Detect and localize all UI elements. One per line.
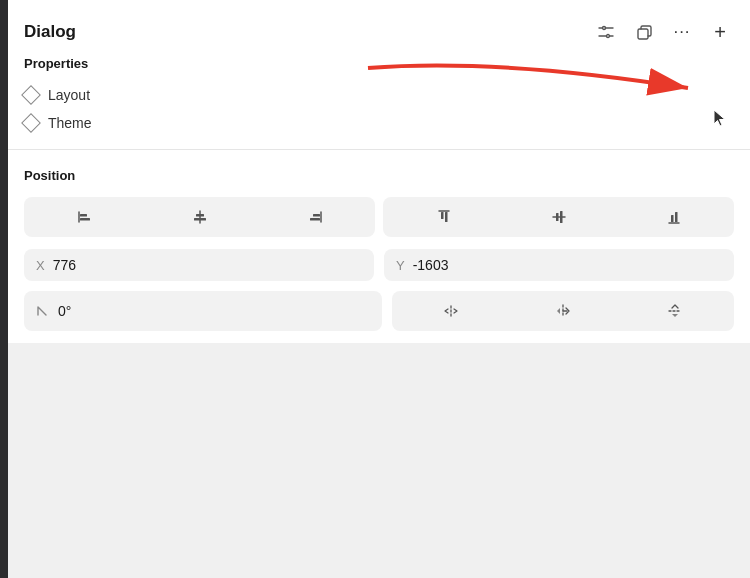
align-center-v-button[interactable]: [502, 201, 615, 233]
more-options-button[interactable]: ···: [668, 18, 696, 46]
align-row: [24, 197, 734, 237]
align-bottom-icon: [666, 209, 682, 225]
svg-rect-17: [441, 212, 444, 219]
layout-property-item: Layout: [24, 81, 734, 109]
svg-rect-23: [671, 215, 674, 222]
sliders-icon-button[interactable]: [592, 18, 620, 46]
x-field[interactable]: X 776: [24, 249, 374, 281]
header-actions: ··· +: [592, 18, 734, 46]
svg-rect-8: [80, 214, 87, 217]
align-center-h-button[interactable]: [143, 201, 256, 233]
align-right-icon: [307, 209, 323, 225]
position-label: Position: [24, 168, 734, 183]
svg-rect-6: [638, 29, 648, 39]
svg-rect-11: [196, 214, 204, 217]
left-sidebar: [0, 0, 8, 578]
more-icon: ···: [673, 22, 690, 42]
properties-panel: Dialog: [8, 0, 750, 343]
svg-rect-15: [310, 218, 320, 221]
svg-rect-21: [560, 211, 563, 223]
svg-rect-9: [80, 218, 90, 221]
horizontal-align-group: [24, 197, 375, 237]
layout-label: Layout: [48, 87, 90, 103]
theme-property-item: Theme: [24, 109, 734, 137]
flip-h-icon: [555, 303, 571, 319]
theme-diamond-icon: [21, 113, 41, 133]
y-field[interactable]: Y -1603: [384, 249, 734, 281]
align-bottom-button[interactable]: [617, 201, 730, 233]
properties-label: Properties: [24, 56, 734, 71]
dialog-title: Dialog: [24, 22, 76, 42]
rotation-value: 0°: [58, 303, 71, 319]
align-center-v-icon: [551, 209, 567, 225]
x-label: X: [36, 258, 45, 273]
align-top-button[interactable]: [387, 201, 500, 233]
flip-group: [392, 291, 734, 331]
rotation-angle-icon: [36, 303, 50, 317]
svg-rect-20: [556, 213, 559, 221]
dialog-header: Dialog: [24, 18, 734, 46]
plus-icon: +: [714, 21, 726, 44]
svg-rect-14: [313, 214, 320, 217]
svg-rect-18: [445, 212, 448, 222]
svg-rect-12: [194, 218, 206, 221]
sliders-icon: [598, 24, 614, 40]
x-value: 776: [53, 257, 76, 273]
vertical-align-group: [383, 197, 734, 237]
add-property-button[interactable]: +: [706, 18, 734, 46]
align-left-button[interactable]: [28, 201, 141, 233]
rotation-field[interactable]: 0°: [24, 291, 382, 331]
theme-label: Theme: [48, 115, 92, 131]
rotation-row: 0°: [24, 291, 734, 331]
copy-frame-icon: [636, 24, 653, 41]
align-left-icon: [77, 209, 93, 225]
flip-none-icon: [443, 303, 459, 319]
align-top-icon: [436, 209, 452, 225]
y-value: -1603: [413, 257, 449, 273]
position-section: Position: [8, 150, 750, 343]
flip-none-button[interactable]: [396, 295, 506, 327]
dialog-section: Dialog: [8, 0, 750, 150]
y-label: Y: [396, 258, 405, 273]
layout-diamond-icon: [21, 85, 41, 105]
flip-vertical-button[interactable]: [620, 295, 730, 327]
flip-v-icon: [667, 303, 683, 319]
coord-row: X 776 Y -1603: [24, 249, 734, 281]
svg-rect-24: [675, 212, 678, 222]
copy-icon-button[interactable]: [630, 18, 658, 46]
align-center-h-icon: [192, 209, 208, 225]
rotation-icon: [36, 303, 50, 320]
align-right-button[interactable]: [258, 201, 371, 233]
flip-horizontal-button[interactable]: [508, 295, 618, 327]
